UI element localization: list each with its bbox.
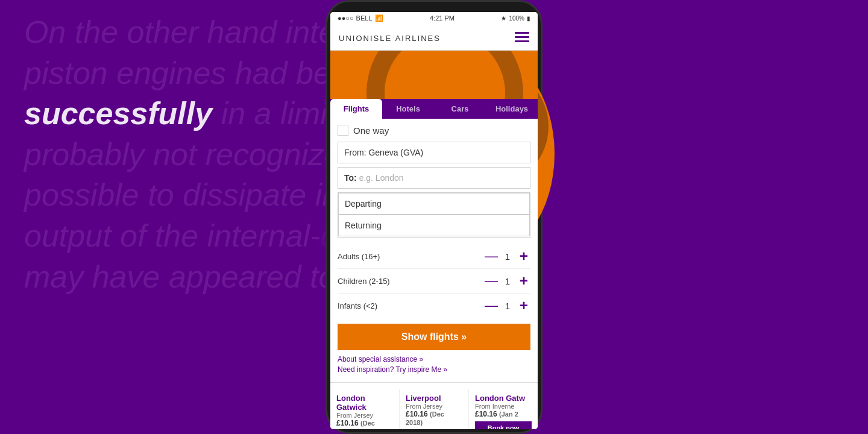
tab-cars[interactable]: Cars bbox=[434, 99, 486, 119]
one-way-row: One way bbox=[338, 125, 530, 136]
wifi-icon: 📶 bbox=[375, 14, 383, 22]
children-decrease[interactable]: — bbox=[485, 274, 498, 288]
airlines-text: AIRLINES bbox=[395, 34, 441, 43]
infants-count: 1 bbox=[503, 301, 512, 311]
nav-tabs: Flights Hotels Cars Holidays bbox=[330, 99, 538, 119]
date-fields: Departing Returning bbox=[338, 192, 530, 238]
to-placeholder: e.g. London bbox=[359, 173, 404, 183]
status-time: 4:21 PM bbox=[430, 14, 454, 22]
phone-screen: ●●○○ BELL 📶 4:21 PM ★ 100% ▮ Unionisle A… bbox=[330, 12, 538, 429]
one-way-label: One way bbox=[353, 125, 389, 136]
children-count: 1 bbox=[503, 276, 512, 286]
departing-input[interactable]: Departing bbox=[338, 193, 530, 214]
to-input[interactable]: To: e.g. London bbox=[338, 167, 530, 189]
adults-count: 1 bbox=[503, 251, 512, 262]
deal-price-1: £10.16 (Dec 2018) bbox=[336, 419, 393, 429]
infants-decrease[interactable]: — bbox=[485, 299, 498, 312]
hamburger-line-3 bbox=[515, 40, 529, 42]
orange-banner bbox=[330, 51, 538, 99]
deal-city-1: London Gatwick bbox=[336, 394, 393, 412]
infants-row: Infants (<2) — 1 + bbox=[338, 294, 530, 318]
bluetooth-icon: ★ bbox=[501, 15, 506, 22]
battery-icon: ▮ bbox=[527, 15, 530, 22]
tab-flights[interactable]: Flights bbox=[330, 99, 382, 119]
deal-liverpool: Liverpool From Jersey £10.16 (Dec 2018) … bbox=[400, 389, 469, 429]
bold-word: successfully bbox=[24, 96, 212, 131]
infants-label: Infants (<2) bbox=[338, 301, 377, 310]
inspire-me-link[interactable]: Need inspiration? Try inspire Me » bbox=[338, 365, 530, 374]
infants-controls: — 1 + bbox=[485, 299, 530, 312]
deal-date-3: (Jan 2 bbox=[499, 410, 518, 418]
special-assistance-link[interactable]: About special assistance » bbox=[338, 355, 530, 363]
logo-text: Unionisle bbox=[339, 34, 392, 43]
battery-level: 100% bbox=[509, 15, 524, 22]
phone-mockup: ●●○○ BELL 📶 4:21 PM ★ 100% ▮ Unionisle A… bbox=[326, 0, 542, 434]
adults-label: Adults (16+) bbox=[338, 252, 380, 261]
app-header: Unionisle AIRLINES bbox=[330, 24, 538, 51]
infants-increase[interactable]: + bbox=[517, 299, 530, 312]
deal-price-3: £10.16 (Jan 2 bbox=[475, 410, 532, 418]
adults-controls: — 1 + bbox=[485, 250, 530, 263]
passengers-section: Adults (16+) — 1 + Children (2-15) — 1 + bbox=[338, 244, 530, 318]
deal-from-1: From Jersey bbox=[336, 412, 393, 419]
deals-section: London Gatwick From Jersey £10.16 (Dec 2… bbox=[330, 382, 538, 429]
tab-hotels[interactable]: Hotels bbox=[382, 99, 434, 119]
children-label: Children (2-15) bbox=[338, 277, 390, 286]
from-input[interactable]: From: Geneva (GVA) bbox=[338, 142, 530, 163]
deal-date-2: (Dec 2018) bbox=[406, 410, 444, 426]
adults-decrease[interactable]: — bbox=[485, 250, 498, 263]
status-left: ●●○○ BELL 📶 bbox=[338, 14, 383, 22]
tab-holidays[interactable]: Holidays bbox=[486, 99, 538, 119]
hamburger-line-1 bbox=[515, 32, 529, 34]
returning-input[interactable]: Returning bbox=[338, 215, 530, 236]
show-flights-button[interactable]: Show flights » bbox=[338, 324, 530, 350]
deal-from-3: From Inverne bbox=[475, 403, 532, 410]
app-logo: Unionisle AIRLINES bbox=[339, 30, 441, 44]
children-row: Children (2-15) — 1 + bbox=[338, 269, 530, 294]
deal-date-1: (Dec 2018) bbox=[336, 420, 375, 429]
to-label: To: bbox=[344, 173, 357, 183]
deal-london-gatwick-2: London Gatw From Inverne £10.16 (Jan 2 B… bbox=[469, 389, 538, 429]
status-bar: ●●○○ BELL 📶 4:21 PM ★ 100% ▮ bbox=[330, 12, 538, 24]
children-controls: — 1 + bbox=[485, 274, 530, 288]
children-increase[interactable]: + bbox=[517, 274, 530, 288]
deal-city-3: London Gatw bbox=[475, 394, 532, 403]
deal-city-2: Liverpool bbox=[406, 394, 462, 403]
status-right: ★ 100% ▮ bbox=[501, 15, 530, 22]
deals-row: London Gatwick From Jersey £10.16 (Dec 2… bbox=[330, 389, 538, 429]
form-links: About special assistance » Need inspirat… bbox=[338, 355, 530, 374]
deal-book-3[interactable]: Book now bbox=[475, 421, 532, 429]
hamburger-menu[interactable] bbox=[515, 32, 529, 42]
deal-price-2: £10.16 (Dec 2018) bbox=[406, 410, 462, 427]
deal-london-gatwick: London Gatwick From Jersey £10.16 (Dec 2… bbox=[330, 389, 400, 429]
adults-increase[interactable]: + bbox=[517, 250, 530, 263]
adults-row: Adults (16+) — 1 + bbox=[338, 244, 530, 269]
search-form: One way From: Geneva (GVA) To: e.g. Lond… bbox=[330, 119, 538, 382]
deal-from-2: From Jersey bbox=[406, 403, 462, 410]
hamburger-line-2 bbox=[515, 36, 529, 38]
one-way-checkbox[interactable] bbox=[338, 125, 348, 136]
signal-dots: ●●○○ bbox=[338, 14, 354, 22]
carrier-name: BELL bbox=[356, 14, 373, 22]
